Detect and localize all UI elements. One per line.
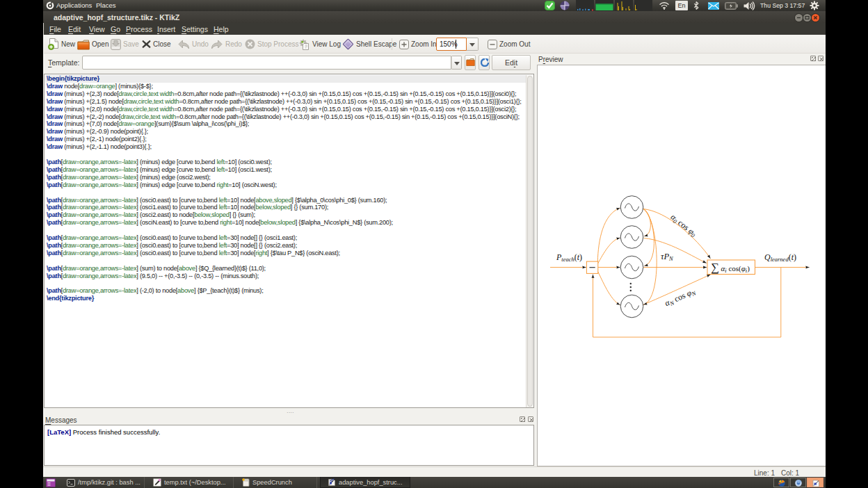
svg-text:Qlearned(t): Qlearned(t) xyxy=(764,252,796,263)
svg-text:αN cos φN: αN cos φN xyxy=(664,286,698,309)
svg-text:Pteach(t): Pteach(t) xyxy=(556,252,582,263)
svg-text:τPN: τPN xyxy=(661,252,674,262)
svg-text:α0 cos φ0: α0 cos φ0 xyxy=(668,212,699,239)
